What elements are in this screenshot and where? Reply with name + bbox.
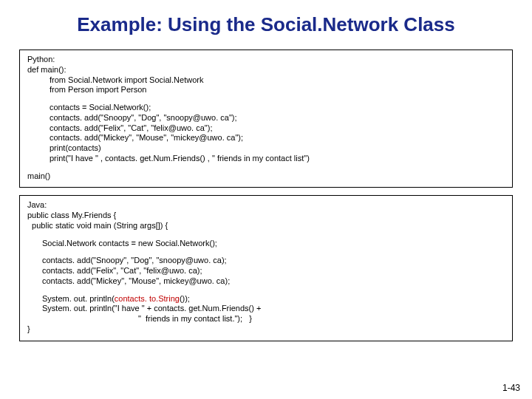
code-line: contacts. add("Snoopy", "Dog", "snoopy@u… xyxy=(27,256,505,266)
code-line: print(contacts) xyxy=(27,143,505,154)
code-line: Java: xyxy=(27,200,505,211)
code-line: } xyxy=(27,324,505,335)
code-line: print("I have " , contacts. get.Num.Frie… xyxy=(27,154,505,164)
slide-title: Example: Using the Social.Network Class xyxy=(0,0,532,44)
code-line: Python: xyxy=(27,55,505,65)
code-line: main() xyxy=(27,171,505,182)
code-line: " friends in my contact list."); } xyxy=(27,314,505,324)
code-line: contacts. add("Felix", "Cat", "felix@uwo… xyxy=(27,123,505,134)
code-line: System. out. println(contacts. to.String… xyxy=(27,294,505,304)
code-line: contacts. add("Felix", "Cat", "felix@uwo… xyxy=(27,266,505,276)
code-line: contacts = Social.Network(); xyxy=(27,103,505,113)
code-line: contacts. add("Snoopy", "Dog", "snoopy@u… xyxy=(27,113,505,123)
java-code-box: Java: public class My.Friends { public s… xyxy=(19,195,513,341)
code-line: def main(): xyxy=(27,65,505,75)
code-line: contacts. add("Mickey", "Mouse", mickey@… xyxy=(27,276,505,287)
code-line: public class My.Friends { xyxy=(27,211,505,221)
highlighted-code: contacts. to.String xyxy=(115,294,180,303)
slide-number: 1-43 xyxy=(502,383,520,393)
code-line: from Person import Person xyxy=(27,85,505,95)
code-line: contacts. add("Mickey", "Mouse", "mickey… xyxy=(27,133,505,143)
code-line: public static void main (String args[]) … xyxy=(27,221,505,231)
code-line: System. out. println("I have " + contact… xyxy=(27,304,505,314)
code-line: from Social.Network import Social.Networ… xyxy=(27,75,505,86)
code-line: Social.Network contacts = new Social.Net… xyxy=(27,239,505,249)
python-code-box: Python: def main(): from Social.Network … xyxy=(19,50,513,188)
